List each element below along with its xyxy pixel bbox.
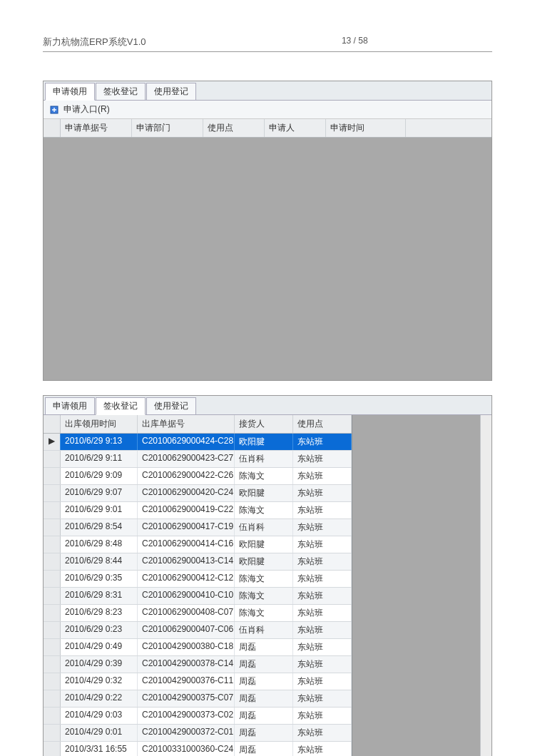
cell: 欧阳腱: [235, 434, 293, 450]
cell: 陈海文: [235, 468, 293, 484]
row-indicator: [44, 725, 61, 741]
tab-signin-lower[interactable]: 签收登记: [96, 397, 146, 415]
cell: C20100629000412-C12: [138, 571, 235, 587]
cell: 东站班: [293, 673, 352, 690]
cell: 周磊: [235, 673, 293, 690]
tab-apply-lower[interactable]: 申请领用: [45, 397, 95, 414]
tab-signin[interactable]: 签收登记: [96, 83, 146, 100]
grid-upper-body[interactable]: [44, 138, 491, 380]
col-apply-dept[interactable]: 申请部门: [132, 119, 203, 137]
cell: 2010/4/29 0:49: [61, 639, 138, 655]
cell: 周磊: [235, 639, 293, 655]
cell: C20100629000407-C06: [138, 622, 235, 638]
cell: C20100629000423-C27: [138, 451, 235, 467]
cell: 东站班: [293, 605, 352, 621]
cell: 伍肖科: [235, 622, 293, 638]
table-row[interactable]: 2010/4/29 0:01C20100429000372-C01周磊东站班: [44, 725, 352, 742]
table-row[interactable]: 2010/6/29 8:44C20100629000413-C14欧阳腱东站班: [44, 553, 352, 571]
row-indicator: [44, 553, 61, 570]
col-apply-time[interactable]: 申请时间: [326, 119, 406, 137]
cell: 2010/4/29 0:39: [61, 656, 138, 673]
row-indicator: [44, 673, 61, 690]
table-row[interactable]: 2010/6/29 8:23C20100629000408-C07陈海文东站班: [44, 605, 352, 622]
cell: 欧阳腱: [235, 485, 293, 501]
tab-usage[interactable]: 使用登记: [146, 83, 196, 100]
table-row[interactable]: 2010/6/29 0:23C20100629000407-C06伍肖科东站班: [44, 622, 352, 639]
table-row[interactable]: 2010/4/29 0:39C20100429000378-C14周磊东站班: [44, 656, 352, 673]
cell: 周磊: [235, 708, 293, 724]
cell: 周磊: [235, 690, 293, 707]
grid-upper-header: 申请单据号 申请部门 使用点 申请人 申请时间: [44, 119, 491, 138]
table-row[interactable]: 2010/3/31 16:55C20100331000360-C24周磊东站班: [44, 742, 352, 756]
table-row[interactable]: 2010/6/29 8:54C20100629000417-C19伍肖科东站班: [44, 519, 352, 536]
cell: C20100429000378-C14: [138, 656, 235, 673]
cell: 2010/6/29 8:44: [61, 553, 138, 570]
cell: 2010/6/29 9:13: [61, 434, 138, 450]
cell: 陈海文: [235, 502, 293, 519]
row-indicator: [44, 639, 61, 655]
tab-usage-lower[interactable]: 使用登记: [146, 397, 196, 414]
cell: C20100429000373-C02: [138, 708, 235, 724]
row-indicator: [44, 656, 61, 673]
col-use-point[interactable]: 使用点: [203, 119, 265, 137]
entry-button[interactable]: 申请入口(R): [63, 103, 110, 116]
col-out-no[interactable]: 出库单据号: [138, 415, 235, 433]
table-row[interactable]: 2010/4/29 0:32C20100429000376-C11周磊东站班: [44, 673, 352, 690]
table-row[interactable]: 2010/6/29 8:48C20100629000414-C16欧阳腱东站班: [44, 536, 352, 553]
vertical-scrollbar[interactable]: [480, 415, 491, 756]
cell: 东站班: [293, 502, 352, 519]
table-row[interactable]: 2010/6/29 9:01C20100629000419-C22陈海文东站班: [44, 502, 352, 519]
grid-lower-body[interactable]: ▶2010/6/29 9:13C20100629000424-C28欧阳腱东站班…: [44, 434, 352, 756]
row-indicator: [44, 690, 61, 707]
cell: 东站班: [293, 725, 352, 741]
table-row[interactable]: 2010/4/29 0:49C20100429000380-C18周磊东站班: [44, 639, 352, 656]
col-receiver[interactable]: 接货人: [235, 415, 293, 433]
cell: 2010/6/29 8:54: [61, 519, 138, 536]
row-indicator: [44, 708, 61, 724]
row-indicator: [44, 451, 61, 467]
tab-apply[interactable]: 申请领用: [45, 83, 95, 101]
col-out-time[interactable]: 出库领用时间: [61, 415, 138, 433]
cell: 2010/6/29 9:01: [61, 502, 138, 519]
cell: 2010/4/29 0:01: [61, 725, 138, 741]
table-row[interactable]: 2010/6/29 9:11C20100629000423-C27伍肖科东站班: [44, 451, 352, 468]
grid-lower-empty-area: [352, 415, 480, 756]
doc-title: 新力杭物流ERP系统V1.0: [43, 36, 146, 48]
cell: 东站班: [293, 434, 352, 450]
row-indicator: [44, 502, 61, 519]
cell: C20100331000360-C24: [138, 742, 235, 756]
cell: 2010/6/29 8:23: [61, 605, 138, 621]
table-row[interactable]: 2010/6/29 8:31C20100629000410-C10陈海文东站班: [44, 588, 352, 605]
cell: 东站班: [293, 622, 352, 638]
cell: 2010/6/29 9:11: [61, 451, 138, 467]
cell: C20100629000410-C10: [138, 588, 235, 604]
cell: 东站班: [293, 468, 352, 484]
cell: 东站班: [293, 553, 352, 570]
row-indicator-header: [44, 119, 61, 137]
table-row[interactable]: ▶2010/6/29 9:13C20100629000424-C28欧阳腱东站班: [44, 434, 352, 451]
cell: 东站班: [293, 656, 352, 673]
cell: C20100629000413-C14: [138, 553, 235, 570]
doc-pager: 13 / 58: [342, 36, 368, 48]
table-row[interactable]: 2010/6/29 9:07C20100629000420-C24欧阳腱东站班: [44, 485, 352, 502]
table-row[interactable]: 2010/4/29 0:03C20100429000373-C02周磊东站班: [44, 708, 352, 725]
cell: 东站班: [293, 451, 352, 467]
table-row[interactable]: 2010/6/29 0:35C20100629000412-C12陈海文东站班: [44, 571, 352, 588]
row-indicator: [44, 519, 61, 536]
cell: 东站班: [293, 742, 352, 756]
col-use-loc[interactable]: 使用点: [293, 415, 352, 433]
cell: 2010/6/29 0:35: [61, 571, 138, 587]
cell: 2010/4/29 0:22: [61, 690, 138, 707]
cell: C20100629000420-C24: [138, 485, 235, 501]
table-row[interactable]: 2010/4/29 0:22C20100429000375-C07周磊东站班: [44, 690, 352, 708]
cell: 东站班: [293, 571, 352, 587]
table-row[interactable]: 2010/6/29 9:09C20100629000422-C26陈海文东站班: [44, 468, 352, 485]
row-indicator: [44, 536, 61, 553]
cell: 东站班: [293, 639, 352, 655]
cell: 周磊: [235, 725, 293, 741]
col-apply-no[interactable]: 申请单据号: [61, 119, 132, 137]
cell: 2010/3/31 16:55: [61, 742, 138, 756]
cell: C20100429000376-C11: [138, 673, 235, 690]
cell: 东站班: [293, 708, 352, 724]
col-applicant[interactable]: 申请人: [265, 119, 326, 137]
